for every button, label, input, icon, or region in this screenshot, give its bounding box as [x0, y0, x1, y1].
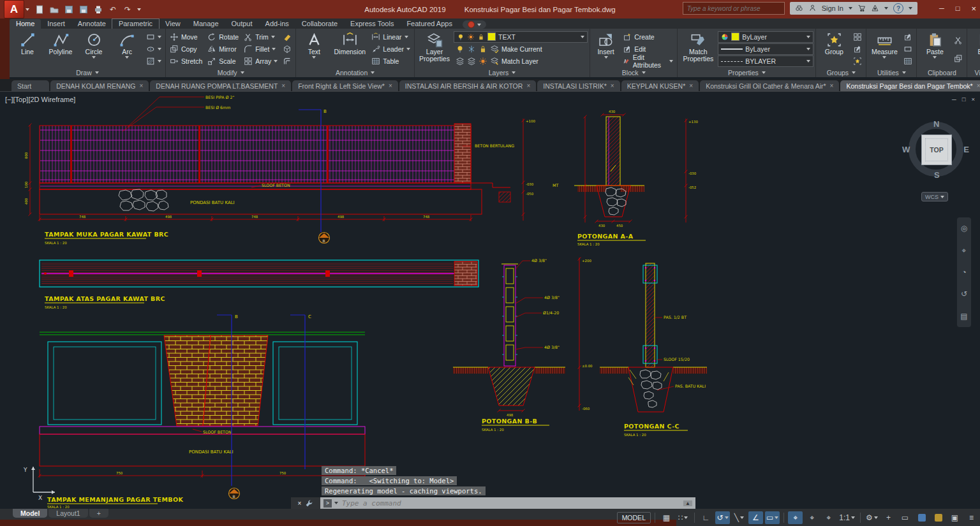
file-tab[interactable]: INSTALASI LISTRIK*× — [537, 80, 620, 91]
osnap-tracking-toggle[interactable]: ∠ — [748, 511, 763, 524]
tab-featured-apps[interactable]: Featured Apps — [400, 19, 459, 29]
view-potongan-aa[interactable]: MT 430 430 450 +130 -030 -052 POTONGAN A… — [553, 110, 698, 246]
panel-label-utilities[interactable]: Utilities — [866, 68, 916, 77]
panel-label-layers[interactable]: Layers — [415, 68, 590, 77]
arc-tool-button[interactable]: Arc — [111, 30, 143, 68]
customize-wrench-icon[interactable] — [305, 499, 313, 508]
panel-label-clipboard[interactable]: Clipboard — [917, 68, 967, 77]
tab-close-icon[interactable]: × — [830, 82, 834, 89]
panel-label-draw[interactable]: Draw — [10, 68, 165, 77]
erase-button[interactable] — [281, 31, 293, 43]
tab-close-icon[interactable]: × — [281, 82, 285, 89]
command-expand-icon[interactable]: ▲ — [683, 500, 692, 506]
doc-restore-icon[interactable]: □ — [962, 96, 966, 103]
close-button[interactable]: × — [971, 4, 976, 13]
zoom-icon[interactable]: ◔ — [961, 268, 966, 277]
annotation-scale-button[interactable]: 1:1 — [838, 511, 856, 524]
polar-tracking-toggle[interactable]: ↺ — [715, 511, 730, 524]
text-tool-button[interactable]: Text — [298, 30, 330, 68]
quick-properties-toggle[interactable] — [914, 511, 929, 524]
array-button[interactable]: Array — [242, 55, 279, 67]
tab-parametric[interactable]: Parametric — [112, 19, 159, 29]
view-tampak-muka[interactable]: PONDASI BATU KALI SLOOF BETON BESI PIPA … — [24, 95, 535, 245]
view-potongan-cc[interactable]: PAS. 1/2 BT SLOOF 15/20 PAS. BATU KALI P… — [600, 263, 707, 437]
object-snap-toggle[interactable]: ▭ — [765, 511, 780, 524]
drawing-canvas[interactable]: PONDASI BATU KALI SLOOF BETON BESI PIPA … — [0, 91, 980, 509]
showmotion-icon[interactable]: ▤ — [960, 312, 967, 321]
panel-label-block[interactable]: Block — [590, 68, 677, 77]
tab-annotate[interactable]: Annotate — [71, 19, 112, 29]
panel-label-annotation[interactable]: Annotation — [296, 68, 414, 77]
model-space-button[interactable]: MODEL — [617, 512, 651, 523]
circle-tool-button[interactable]: Circle — [78, 30, 110, 68]
copy-button[interactable]: Copy — [168, 43, 204, 55]
id-point-button[interactable] — [902, 31, 914, 43]
undo-button[interactable]: ↶ — [108, 4, 118, 15]
lineweight-dropdown[interactable]: ByLayer — [718, 43, 813, 55]
save-button[interactable] — [64, 4, 74, 15]
viewcube-top-face[interactable]: TOP — [921, 135, 952, 165]
create-block-button[interactable]: Create — [621, 31, 675, 43]
command-line[interactable]: × > ▲ — [291, 497, 695, 509]
grid-toggle[interactable]: ▦ — [659, 511, 674, 524]
command-input-field[interactable]: > ▲ — [320, 497, 695, 509]
command-close-icon[interactable]: × — [298, 500, 302, 507]
base-view-button[interactable]: Base — [969, 30, 980, 68]
dimension-tool-button[interactable]: Dimension — [331, 30, 368, 68]
group-select-button[interactable] — [851, 55, 864, 67]
ortho-toggle[interactable]: ∟ — [699, 511, 713, 524]
make-current-button[interactable]: Make Current — [454, 43, 588, 55]
file-tab[interactable]: Konstruksi Grill Oil Cather & Menara Air… — [700, 80, 839, 91]
file-tab[interactable]: DENAH KOLAM RENANG× — [50, 80, 149, 91]
file-tab[interactable]: Front Right & Left Side View*× — [292, 80, 398, 91]
a360-chevron-icon[interactable] — [884, 7, 888, 10]
tab-insert[interactable]: Insert — [41, 19, 71, 29]
app-menu-chevron-icon[interactable] — [26, 8, 29, 11]
help-search-box[interactable] — [683, 2, 785, 15]
edit-attributes-button[interactable]: Edit Attributes — [621, 55, 675, 67]
tab-collaborate[interactable]: Collaborate — [295, 19, 344, 29]
paste-button[interactable]: Paste — [919, 30, 951, 68]
edit-block-button[interactable]: Edit — [621, 43, 675, 55]
autodesk360-icon[interactable] — [871, 4, 879, 13]
recent-commands-chevron-icon[interactable] — [334, 502, 338, 504]
group-edit-button[interactable] — [851, 43, 864, 55]
new-file-button[interactable] — [34, 4, 45, 15]
workspace-switching-button[interactable]: ⚙ — [865, 511, 879, 524]
hatch-tool-button[interactable] — [144, 55, 163, 67]
snap-toggle[interactable]: ∷ — [676, 511, 690, 524]
tab-close-icon[interactable]: × — [689, 82, 693, 89]
wcs-selector[interactable]: WCS — [921, 192, 948, 201]
line-tool-button[interactable]: Line — [11, 30, 43, 68]
copy-clip-button[interactable] — [952, 53, 965, 64]
command-input[interactable] — [341, 499, 681, 508]
scale-button[interactable]: Scale — [205, 55, 241, 67]
group-button[interactable]: Group — [818, 30, 850, 68]
help-search-input[interactable] — [686, 4, 782, 13]
tab-add-ins[interactable]: Add-ins — [259, 19, 295, 29]
insert-block-button[interactable]: Insert — [592, 30, 620, 68]
doc-close-icon[interactable]: × — [971, 96, 975, 103]
fillet-button[interactable]: Fillet — [242, 43, 279, 55]
autoscale-toggle[interactable]: ⌖ — [805, 511, 819, 524]
user-icon[interactable] — [808, 4, 817, 13]
panel-label-modify[interactable]: Modify — [166, 68, 295, 77]
tab-home[interactable]: Home — [10, 19, 41, 29]
model-tab[interactable]: Model — [13, 509, 47, 518]
viewcube-west[interactable]: W — [902, 145, 910, 154]
measure-button[interactable]: Measure — [868, 30, 900, 68]
maximize-button[interactable]: □ — [956, 4, 960, 12]
polyline-tool-button[interactable]: Polyline — [45, 30, 77, 68]
tab-close-icon[interactable]: × — [611, 82, 614, 89]
rectangle-tool-button[interactable] — [144, 31, 163, 43]
file-tab[interactable]: KEYPLAN KUSEN*× — [621, 80, 699, 91]
linetype-dropdown[interactable]: BYLAYER — [718, 55, 813, 67]
app-store-icon[interactable] — [858, 4, 866, 13]
layout1-tab[interactable]: Layout1 — [48, 509, 87, 518]
annotation-monitor-toggle[interactable]: + — [881, 511, 896, 524]
panel-label-view[interactable]: View — [967, 68, 980, 77]
plot-button[interactable] — [93, 4, 103, 15]
orbit-icon[interactable]: ↺ — [961, 289, 967, 298]
quick-calc-button[interactable] — [902, 55, 914, 67]
tab-view[interactable]: View — [159, 19, 187, 29]
